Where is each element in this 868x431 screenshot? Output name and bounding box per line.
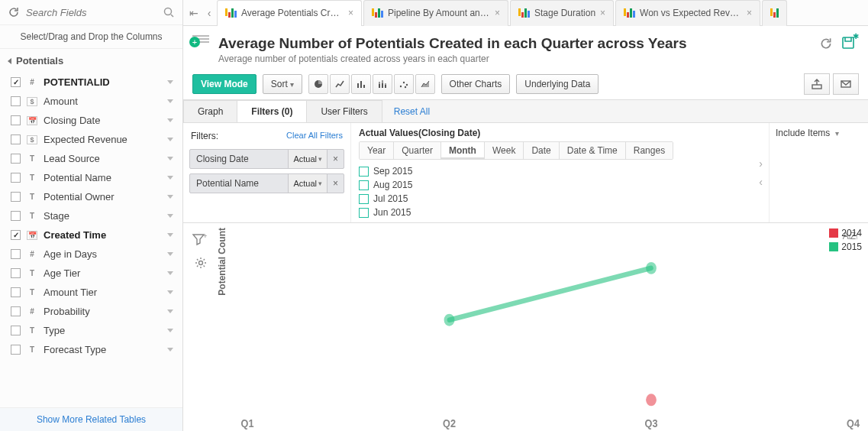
- filter-icon[interactable]: +: [189, 232, 212, 248]
- subtab-filters[interactable]: Filters (0): [237, 100, 307, 122]
- checkbox-icon[interactable]: [11, 287, 21, 297]
- remove-chip-icon[interactable]: ×: [327, 150, 344, 168]
- field-menu-icon[interactable]: [167, 99, 173, 103]
- field-row-potential-owner[interactable]: T Potential Owner: [0, 187, 182, 206]
- bar-chart-icon[interactable]: [351, 74, 371, 94]
- close-icon[interactable]: ×: [747, 8, 752, 18]
- checkbox-icon[interactable]: [11, 230, 21, 240]
- tab[interactable]: Stage Duration ×: [510, 0, 614, 26]
- field-row-potential-name[interactable]: T Potential Name: [0, 168, 182, 187]
- range-tab-date[interactable]: Date: [524, 142, 559, 159]
- field-row-forecast-type[interactable]: T Forecast Type: [0, 340, 182, 359]
- mail-icon[interactable]: [833, 73, 859, 95]
- tab[interactable]: [762, 0, 787, 26]
- line-chart-icon[interactable]: [330, 74, 350, 94]
- chip-mode-dropdown[interactable]: Actual: [288, 174, 327, 193]
- range-tab-quarter[interactable]: Quarter: [394, 142, 441, 159]
- field-row-created-time[interactable]: 📅 Created Time: [0, 225, 182, 245]
- legend-item[interactable]: 2015: [829, 241, 862, 252]
- filter-chip[interactable]: Closing Date Actual ×: [189, 149, 344, 169]
- other-charts-button[interactable]: Other Charts: [441, 74, 511, 94]
- field-menu-icon[interactable]: [167, 290, 173, 294]
- field-menu-icon[interactable]: [167, 118, 173, 122]
- field-row-amount[interactable]: $ Amount: [0, 92, 182, 111]
- show-more-tables[interactable]: Show More Related Tables: [0, 407, 182, 431]
- subtab-graph[interactable]: Graph: [183, 100, 237, 122]
- refresh-report-icon[interactable]: [819, 37, 833, 53]
- range-tab-year[interactable]: Year: [360, 142, 394, 159]
- checkbox-icon[interactable]: [11, 115, 21, 125]
- settings-icon[interactable]: [189, 256, 212, 272]
- range-tab-ranges[interactable]: Ranges: [626, 142, 673, 159]
- month-option[interactable]: Aug 2015: [359, 180, 761, 190]
- search-input[interactable]: [26, 7, 156, 18]
- field-menu-icon[interactable]: [167, 214, 173, 218]
- field-row-closing-date[interactable]: 📅 Closing Date: [0, 111, 182, 130]
- scroll-right-icon[interactable]: ›: [759, 157, 763, 170]
- tab[interactable]: Won vs Expected Revenu… ×: [615, 0, 760, 26]
- export-icon[interactable]: [804, 73, 830, 95]
- potentials-group-header[interactable]: Potentials: [0, 49, 182, 73]
- field-row-age-tier[interactable]: T Age Tier: [0, 264, 182, 283]
- prev-tab-icon[interactable]: ‹: [202, 7, 217, 19]
- field-row-expected-revenue[interactable]: $ Expected Revenue: [0, 130, 182, 149]
- reset-all-link[interactable]: Reset All: [394, 106, 430, 117]
- area-chart-icon[interactable]: [415, 74, 435, 94]
- field-row-stage[interactable]: T Stage: [0, 206, 182, 225]
- checkbox-icon[interactable]: [11, 211, 21, 221]
- field-menu-icon[interactable]: [167, 252, 173, 256]
- close-icon[interactable]: ×: [600, 8, 605, 18]
- field-row-age-in-days[interactable]: # Age in Days: [0, 245, 182, 264]
- stacked-bar-icon[interactable]: [373, 74, 392, 94]
- checkbox-icon[interactable]: [11, 173, 21, 183]
- checkbox-icon[interactable]: [11, 268, 21, 278]
- range-tab-date-time[interactable]: Date & Time: [560, 142, 626, 159]
- chip-mode-dropdown[interactable]: Actual: [288, 150, 327, 168]
- checkbox-icon[interactable]: [359, 194, 369, 204]
- refresh-icon[interactable]: [8, 6, 20, 18]
- field-menu-icon[interactable]: [167, 157, 173, 160]
- range-tab-month[interactable]: Month: [441, 142, 485, 159]
- subtab-user-filters[interactable]: User Filters: [306, 100, 382, 122]
- field-row-probability[interactable]: # Probability: [0, 302, 182, 321]
- add-icon[interactable]: +: [189, 37, 200, 47]
- save-icon[interactable]: ✱: [841, 35, 856, 54]
- clear-all-filters[interactable]: Clear All Filters: [286, 131, 343, 140]
- checkbox-icon[interactable]: [11, 154, 21, 164]
- include-items-dropdown[interactable]: Include Items: [769, 123, 868, 222]
- scroll-left-icon[interactable]: ‹: [759, 176, 763, 188]
- filter-chip[interactable]: Potential Name Actual ×: [189, 173, 344, 193]
- tab[interactable]: Average Potentials Creat… * ×: [217, 0, 362, 26]
- checkbox-icon[interactable]: [11, 345, 21, 355]
- field-row-potentialid[interactable]: # POTENTIALID: [0, 73, 182, 92]
- checkbox-icon[interactable]: [11, 326, 21, 335]
- checkbox-icon[interactable]: [11, 77, 21, 87]
- checkbox-icon[interactable]: [11, 306, 21, 316]
- underlying-data-button[interactable]: Underlying Data: [516, 74, 599, 94]
- field-menu-icon[interactable]: [167, 309, 173, 313]
- legend-item[interactable]: 2014: [829, 228, 862, 238]
- close-icon[interactable]: ×: [495, 8, 500, 18]
- remove-chip-icon[interactable]: ×: [327, 174, 344, 193]
- search-icon[interactable]: [163, 6, 175, 18]
- field-row-type[interactable]: T Type: [0, 321, 182, 340]
- month-option[interactable]: Jul 2015: [359, 193, 761, 204]
- pie-chart-icon[interactable]: [308, 74, 328, 94]
- field-row-amount-tier[interactable]: T Amount Tier: [0, 283, 182, 302]
- field-menu-icon[interactable]: [167, 233, 173, 237]
- month-option[interactable]: Sep 2015: [359, 166, 761, 177]
- checkbox-icon[interactable]: [359, 167, 369, 177]
- month-option[interactable]: Jun 2015: [359, 207, 761, 218]
- field-menu-icon[interactable]: [167, 138, 173, 141]
- scatter-chart-icon[interactable]: [394, 74, 414, 94]
- field-row-lead-source[interactable]: T Lead Source: [0, 149, 182, 168]
- checkbox-icon[interactable]: [11, 192, 21, 202]
- sort-button[interactable]: Sort: [263, 74, 302, 94]
- report-stack-icon[interactable]: +: [192, 35, 209, 43]
- view-mode-button[interactable]: View Mode: [192, 74, 257, 94]
- field-menu-icon[interactable]: [167, 271, 173, 275]
- checkbox-icon[interactable]: [359, 180, 369, 190]
- checkbox-icon[interactable]: [359, 208, 369, 218]
- field-menu-icon[interactable]: [167, 80, 173, 84]
- checkbox-icon[interactable]: [11, 96, 21, 106]
